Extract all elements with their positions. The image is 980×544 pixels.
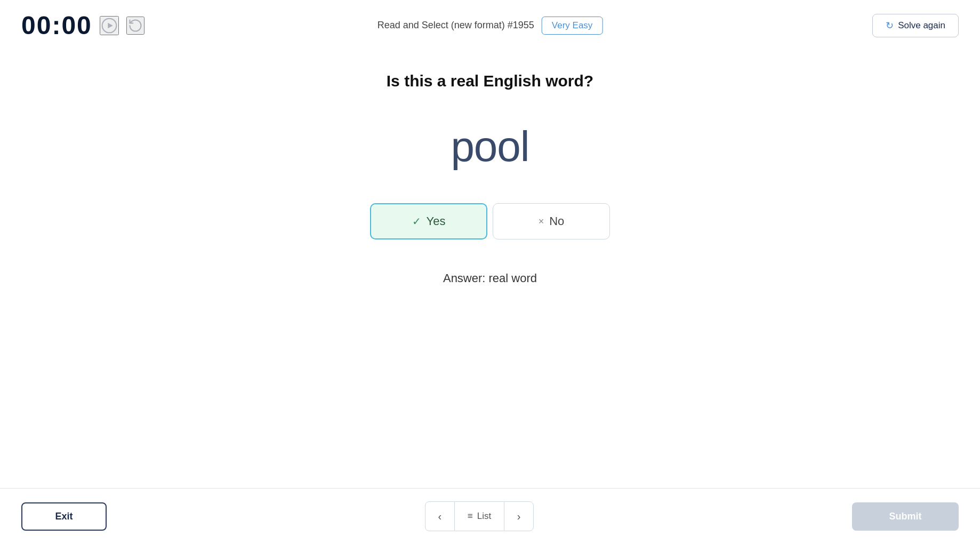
list-icon: ≡ (468, 511, 473, 522)
yes-button[interactable]: ✓ Yes (370, 203, 487, 239)
list-button[interactable]: ≡ List (455, 501, 504, 531)
solve-again-icon: ↻ (886, 20, 894, 31)
next-icon: › (517, 510, 521, 523)
check-icon: ✓ (412, 215, 421, 228)
solve-again-button[interactable]: ↻ Solve again (872, 14, 959, 37)
play-icon (101, 17, 118, 34)
prev-icon: ‹ (438, 510, 441, 523)
question-text: Is this a real English word? (387, 72, 593, 90)
main-content: Is this a real English word? pool ✓ Yes … (0, 51, 980, 488)
header: 00:00 Read and Select (new format) #1955… (0, 0, 980, 51)
word-display: pool (451, 122, 529, 171)
prev-button[interactable]: ‹ (425, 501, 455, 531)
timer-display: 00:00 (21, 11, 92, 40)
difficulty-badge[interactable]: Very Easy (542, 17, 603, 35)
header-left: 00:00 (21, 11, 144, 40)
header-center: Read and Select (new format) #1955 Very … (377, 17, 603, 35)
svg-marker-1 (108, 22, 113, 28)
reset-timer-icon (128, 18, 143, 33)
puzzle-title: Read and Select (new format) #1955 (377, 20, 534, 31)
exit-button[interactable]: Exit (21, 502, 107, 531)
answer-text: Answer: real word (443, 271, 537, 285)
reset-timer-button[interactable] (126, 17, 144, 35)
nav-controls: ‹ ≡ List › (425, 501, 534, 531)
footer: Exit ‹ ≡ List › Submit (0, 489, 980, 544)
next-button[interactable]: › (504, 501, 534, 531)
play-button[interactable] (100, 16, 119, 35)
answer-options: ✓ Yes × No (370, 203, 610, 239)
solve-again-label: Solve again (898, 20, 945, 31)
list-label: List (477, 511, 491, 522)
no-label: No (549, 214, 564, 228)
x-icon: × (539, 216, 544, 227)
no-button[interactable]: × No (493, 203, 610, 239)
yes-label: Yes (427, 214, 446, 228)
submit-button[interactable]: Submit (852, 502, 959, 531)
